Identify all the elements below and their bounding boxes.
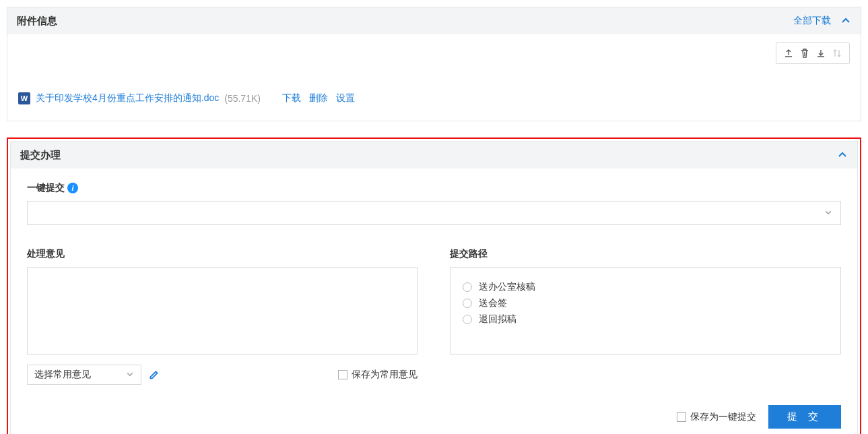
attachment-panel: 附件信息 全部下载: [7, 7, 861, 121]
download-icon[interactable]: [813, 46, 829, 61]
common-opinion-select-label: 选择常用意见: [34, 369, 91, 381]
opinion-textarea[interactable]: [27, 267, 418, 354]
attachment-download-link[interactable]: 下载: [282, 92, 301, 104]
save-common-checkbox[interactable]: [338, 370, 347, 379]
one-click-label-text: 一键提交: [27, 182, 65, 194]
submit-panel: 提交办理 一键提交 i 处理意见: [10, 141, 858, 434]
attachment-panel-title: 附件信息: [17, 15, 57, 28]
chevron-down-icon: [126, 369, 134, 380]
opinion-label: 处理意见: [27, 248, 418, 260]
path-option[interactable]: 退回拟稿: [463, 313, 828, 326]
submit-button[interactable]: 提 交: [768, 405, 841, 429]
collapse-icon[interactable]: [840, 16, 851, 26]
attachment-delete-link[interactable]: 删除: [309, 92, 328, 104]
radio-icon: [463, 315, 472, 324]
submit-panel-header: 提交办理: [11, 142, 857, 168]
attachment-settings-link[interactable]: 设置: [336, 92, 355, 104]
path-option[interactable]: 送会签: [463, 297, 828, 309]
trash-icon[interactable]: [797, 46, 813, 61]
one-click-label: 一键提交 i: [27, 182, 841, 194]
path-label: 提交路径: [450, 248, 841, 260]
path-option[interactable]: 送办公室核稿: [463, 281, 828, 293]
upload-icon[interactable]: [780, 46, 797, 61]
attachment-toolbar: [776, 42, 850, 64]
edit-icon[interactable]: [148, 369, 160, 381]
attachment-row: W 关于印发学校4月份重点工作安排的通知.doc (55.71K) 下载 删除 …: [18, 80, 850, 104]
word-file-icon: W: [18, 92, 30, 104]
attachment-filename[interactable]: 关于印发学校4月份重点工作安排的通知.doc: [36, 92, 219, 104]
path-option-label: 退回拟稿: [479, 313, 516, 326]
common-opinion-select[interactable]: 选择常用意见: [27, 365, 141, 385]
save-one-click-checkbox[interactable]: [677, 412, 686, 422]
path-option-label: 送办公室核稿: [479, 281, 535, 293]
attachment-panel-header: 附件信息 全部下载: [7, 7, 861, 34]
submit-panel-title: 提交办理: [20, 149, 61, 162]
download-all-link[interactable]: 全部下载: [793, 15, 831, 27]
save-one-click-label: 保存为一键提交: [690, 411, 756, 423]
collapse-icon[interactable]: [837, 150, 848, 160]
path-option-label: 送会签: [479, 297, 507, 309]
info-icon[interactable]: i: [67, 183, 78, 193]
radio-icon: [463, 282, 472, 292]
radio-icon: [463, 299, 472, 308]
submit-footer: 保存为一键提交 提 交: [27, 405, 841, 429]
path-options-box: 送办公室核稿 送会签 退回拟稿: [450, 267, 841, 354]
submit-highlight-frame: 提交办理 一键提交 i 处理意见: [7, 137, 861, 434]
one-click-select[interactable]: [27, 201, 841, 225]
save-common-label: 保存为常用意见: [352, 369, 418, 381]
chevron-down-icon: [824, 208, 832, 218]
attachment-filesize: (55.71K): [224, 93, 261, 104]
sort-icon: [829, 46, 845, 61]
